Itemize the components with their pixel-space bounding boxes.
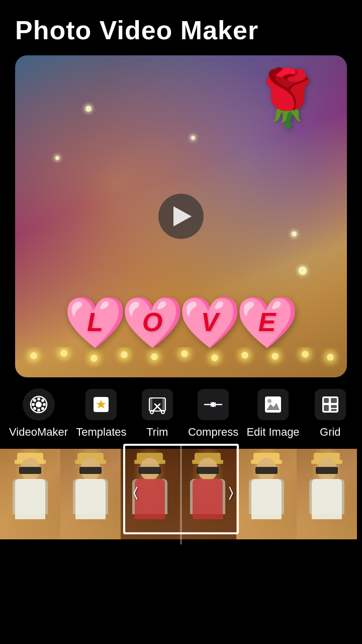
compress-label: Compress <box>188 426 238 439</box>
svg-point-9 <box>33 407 36 410</box>
tool-grid[interactable]: Grid <box>308 387 353 439</box>
svg-point-2 <box>37 397 40 400</box>
tool-videomaker[interactable]: VideoMaker <box>9 387 68 439</box>
app-title: Photo Video Maker <box>15 15 347 45</box>
trim-icon <box>148 395 167 414</box>
edit-image-label: Edit Image <box>246 426 299 439</box>
videomaker-label: VideoMaker <box>9 426 68 439</box>
timeline-arrow-left: 〈 <box>125 485 139 504</box>
svg-point-7 <box>41 407 44 410</box>
header: Photo Video Maker <box>0 0 362 50</box>
love-sticker: 🩷 L 🩷 O 🩷 V 🩷 E <box>67 297 295 347</box>
timeline-thumb-2[interactable] <box>60 449 121 539</box>
timeline-thumb-6[interactable] <box>297 449 357 539</box>
svg-rect-24 <box>265 396 281 413</box>
film-reel-icon <box>29 395 48 414</box>
svg-rect-13 <box>149 398 152 411</box>
svg-point-4 <box>32 403 35 406</box>
templates-label: Templates <box>76 426 126 439</box>
svg-point-5 <box>43 403 46 406</box>
timeline-thumb-5[interactable] <box>236 449 297 539</box>
grid-label: Grid <box>320 426 341 439</box>
templates-icon <box>92 395 111 414</box>
svg-rect-29 <box>324 405 329 411</box>
svg-point-1 <box>36 401 42 408</box>
tool-templates[interactable]: Templates <box>76 387 126 439</box>
tool-compress[interactable]: Compress <box>188 387 238 439</box>
play-icon <box>173 206 192 226</box>
timeline-arrow-right: 〉 <box>227 485 241 504</box>
love-letter-l: 🩷 L <box>67 297 123 347</box>
love-letter-v: 🩷 V <box>182 297 237 347</box>
svg-rect-14 <box>162 398 165 411</box>
tool-edit-image[interactable]: Edit Image <box>246 387 299 439</box>
video-preview[interactable]: 🌹 🩷 L 🩷 O 🩷 V 🩷 E <box>15 55 347 377</box>
svg-rect-27 <box>324 398 329 403</box>
trim-label: Trim <box>146 426 168 439</box>
light-string <box>15 347 347 367</box>
svg-point-6 <box>33 399 36 402</box>
svg-point-18 <box>161 411 164 414</box>
grid-icon <box>321 395 340 414</box>
tool-trim[interactable]: Trim <box>135 387 180 439</box>
svg-point-3 <box>37 409 40 412</box>
svg-point-17 <box>150 411 153 414</box>
love-letter-e: 🩷 E <box>239 297 295 347</box>
rose-sticker: 🌹 <box>253 70 322 126</box>
compress-icon <box>204 395 223 414</box>
love-letter-o: 🩷 O <box>125 297 180 347</box>
svg-rect-31 <box>331 409 337 411</box>
edit-image-icon <box>263 395 283 414</box>
timeline[interactable]: 〈 〉 <box>0 444 362 544</box>
svg-rect-28 <box>331 398 337 403</box>
timeline-thumb-1[interactable] <box>0 449 60 539</box>
timeline-playhead <box>180 444 182 544</box>
svg-rect-30 <box>331 405 337 408</box>
play-button[interactable] <box>158 194 204 239</box>
toolbar: VideoMaker Templates <box>0 377 362 444</box>
svg-point-8 <box>41 399 44 402</box>
svg-point-25 <box>267 399 272 403</box>
